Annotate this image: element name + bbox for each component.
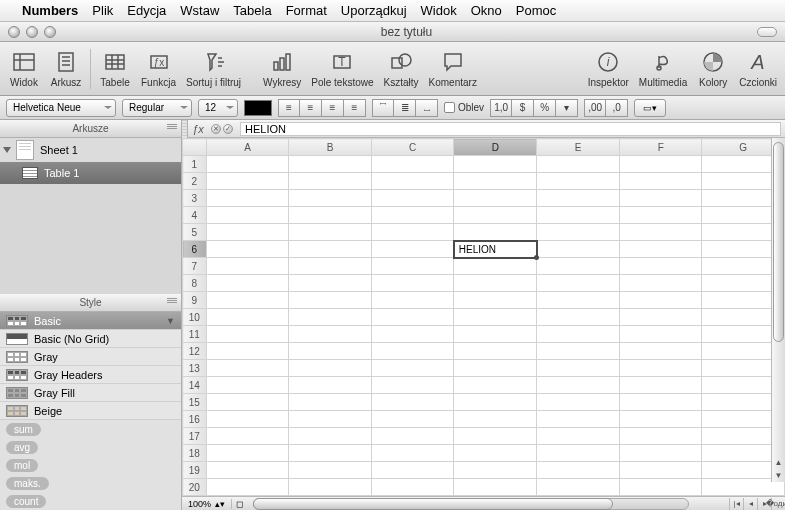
- cell-A9[interactable]: [206, 292, 289, 309]
- cell-C6[interactable]: [371, 241, 454, 258]
- cell-C14[interactable]: [371, 377, 454, 394]
- cell-D15[interactable]: [454, 394, 537, 411]
- col-header-D[interactable]: D: [454, 139, 537, 156]
- row-header-10[interactable]: 10: [183, 309, 207, 326]
- decimal-inc[interactable]: ,00: [584, 99, 606, 117]
- cell-F4[interactable]: [619, 207, 701, 224]
- numfmt-more[interactable]: ▾: [556, 99, 578, 117]
- cell-D2[interactable]: [454, 173, 537, 190]
- cell-B14[interactable]: [289, 377, 372, 394]
- row-header-17[interactable]: 17: [183, 428, 207, 445]
- scrollbar-thumb[interactable]: [773, 142, 784, 342]
- cell-G21[interactable]: [702, 496, 785, 497]
- cell-B7[interactable]: [289, 258, 372, 275]
- row-header-5[interactable]: 5: [183, 224, 207, 241]
- cell-D9[interactable]: [454, 292, 537, 309]
- cell-C21[interactable]: [371, 496, 454, 497]
- valign-bottom-button[interactable]: ⎵: [416, 99, 438, 117]
- row-header-9[interactable]: 9: [183, 292, 207, 309]
- scroll-first-button[interactable]: |◂: [729, 498, 743, 510]
- cell-E3[interactable]: [537, 190, 620, 207]
- table-row[interactable]: Table 1: [0, 162, 181, 184]
- menu-wstaw[interactable]: Wstaw: [180, 3, 219, 18]
- close-button[interactable]: [8, 26, 20, 38]
- cell-B19[interactable]: [289, 462, 372, 479]
- cell-D13[interactable]: [454, 360, 537, 377]
- formula-input[interactable]: HELION: [240, 122, 781, 136]
- cell-F3[interactable]: [619, 190, 701, 207]
- minimize-button[interactable]: [26, 26, 38, 38]
- toolbar-sortuj[interactable]: Sortuj i filtruj: [184, 49, 243, 88]
- cell-C10[interactable]: [371, 309, 454, 326]
- row-header-7[interactable]: 7: [183, 258, 207, 275]
- cell-A19[interactable]: [206, 462, 289, 479]
- col-header-E[interactable]: E: [537, 139, 620, 156]
- menu-pomoc[interactable]: Pomoc: [516, 3, 556, 18]
- cell-E16[interactable]: [537, 411, 620, 428]
- cell-A15[interactable]: [206, 394, 289, 411]
- cell-E20[interactable]: [537, 479, 620, 496]
- text-color-swatch[interactable]: [244, 100, 272, 116]
- toolbar-kolory[interactable]: Kolory: [695, 49, 731, 88]
- page-nav-icon[interactable]: ◻: [232, 499, 247, 509]
- cell-A17[interactable]: [206, 428, 289, 445]
- cell-D16[interactable]: [454, 411, 537, 428]
- cell-F10[interactable]: [619, 309, 701, 326]
- zoom-stepper-icon[interactable]: ▴▾: [215, 499, 225, 509]
- cell-C11[interactable]: [371, 326, 454, 343]
- menu-format[interactable]: Format: [286, 3, 327, 18]
- menu-widok[interactable]: Widok: [421, 3, 457, 18]
- row-header-21[interactable]: 21: [183, 496, 207, 497]
- cell-C17[interactable]: [371, 428, 454, 445]
- cell-D1[interactable]: [454, 156, 537, 173]
- row-header-18[interactable]: 18: [183, 445, 207, 462]
- zoom-control[interactable]: 100%▴▾: [182, 499, 232, 509]
- cell-B15[interactable]: [289, 394, 372, 411]
- cell-D5[interactable]: [454, 224, 537, 241]
- cell-D7[interactable]: [454, 258, 537, 275]
- cell-E4[interactable]: [537, 207, 620, 224]
- align-right-button[interactable]: ≡: [322, 99, 344, 117]
- toolbar-toggle-button[interactable]: [757, 27, 777, 37]
- cell-E9[interactable]: [537, 292, 620, 309]
- font-size-combo[interactable]: 12: [198, 99, 238, 117]
- numfmt-percent[interactable]: %: [534, 99, 556, 117]
- cell-B1[interactable]: [289, 156, 372, 173]
- row-header-16[interactable]: 16: [183, 411, 207, 428]
- cell-C2[interactable]: [371, 173, 454, 190]
- style-gray[interactable]: Gray: [0, 348, 181, 366]
- cell-D10[interactable]: [454, 309, 537, 326]
- cell-D21[interactable]: [454, 496, 537, 497]
- cell-C12[interactable]: [371, 343, 454, 360]
- cell-F6[interactable]: [619, 241, 701, 258]
- cell-D12[interactable]: [454, 343, 537, 360]
- cell-C1[interactable]: [371, 156, 454, 173]
- cell-B21[interactable]: [289, 496, 372, 497]
- menu-tabela[interactable]: Tabela: [233, 3, 271, 18]
- numfmt-1[interactable]: 1,0: [490, 99, 512, 117]
- toolbar-ksztalty[interactable]: Kształty: [382, 49, 421, 88]
- cell-A20[interactable]: [206, 479, 289, 496]
- font-family-combo[interactable]: Helvetica Neue: [6, 99, 116, 117]
- cell-A8[interactable]: [206, 275, 289, 292]
- cell-A12[interactable]: [206, 343, 289, 360]
- cell-B13[interactable]: [289, 360, 372, 377]
- row-header-13[interactable]: 13: [183, 360, 207, 377]
- style-gray-headers[interactable]: Gray Headers: [0, 366, 181, 384]
- cell-F19[interactable]: [619, 462, 701, 479]
- align-justify-button[interactable]: ≡: [344, 99, 366, 117]
- cell-D8[interactable]: [454, 275, 537, 292]
- cell-A14[interactable]: [206, 377, 289, 394]
- cell-E10[interactable]: [537, 309, 620, 326]
- valign-top-button[interactable]: ⎴: [372, 99, 394, 117]
- style-beige[interactable]: Beige: [0, 402, 181, 420]
- cell-C5[interactable]: [371, 224, 454, 241]
- cell-D11[interactable]: [454, 326, 537, 343]
- cell-border-button[interactable]: ▭▾: [634, 99, 666, 117]
- toolbar-pole-tekstowe[interactable]: T Pole tekstowe: [309, 49, 375, 88]
- style-basic-nogrid[interactable]: Basic (No Grid): [0, 330, 181, 348]
- cell-B2[interactable]: [289, 173, 372, 190]
- col-header-A[interactable]: A: [206, 139, 289, 156]
- cell-A1[interactable]: [206, 156, 289, 173]
- menu-uporzadkuj[interactable]: Uporządkuj: [341, 3, 407, 18]
